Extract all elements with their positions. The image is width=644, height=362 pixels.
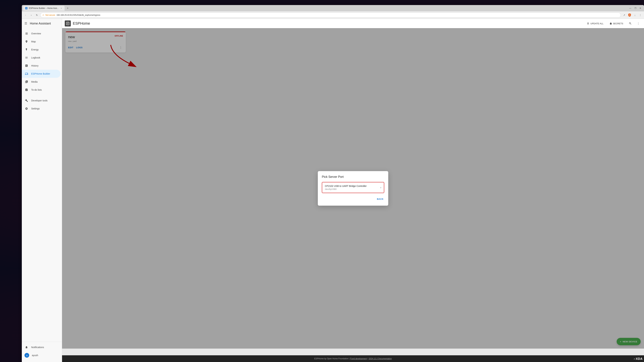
sidebar-item-energy[interactable]: Energy	[22, 45, 60, 54]
sidebar-item-media[interactable]: Media	[22, 78, 60, 86]
esphome-brand: ESPHome	[73, 21, 90, 26]
settings-icon	[24, 107, 28, 111]
security-warning-text: Not secure	[46, 14, 55, 16]
ha-sidebar: ☰ Home Assistant ⊞ Overview Map	[22, 19, 62, 134]
tab-title: ESPHome Builder – Home Assi...	[29, 7, 58, 9]
address-bar-row: ‹ › ↻ ⚠ Not secure 192.168.29.43:8123/5c…	[22, 11, 215, 19]
active-tab[interactable]: H ESPHome Builder – Home Assi... ×	[23, 6, 64, 11]
history-icon	[24, 64, 28, 68]
sidebar-item-todo[interactable]: To-do lists	[22, 86, 60, 94]
logbook-icon	[24, 56, 28, 60]
media-icon	[24, 80, 28, 84]
sidebar-item-settings[interactable]: Settings	[22, 105, 60, 113]
sidebar-item-label-energy: Energy	[31, 48, 38, 51]
devtools-icon	[24, 98, 28, 103]
dialog-overlay: Pick Server Port CP2102 USB to UART Brid…	[62, 28, 215, 134]
address-bar[interactable]: ⚠ Not secure 192.168.29.43:8123/5c53de3b…	[40, 12, 215, 17]
ha-title: Home Assistant	[30, 22, 51, 25]
sidebar-item-label-history: History	[31, 64, 38, 67]
hamburger-button[interactable]: ☰	[24, 22, 27, 25]
sidebar-item-label-map: Map	[31, 40, 36, 43]
esphome-icon	[24, 72, 28, 76]
back-button[interactable]: ‹	[23, 13, 28, 17]
energy-icon	[24, 48, 28, 52]
security-warning-icon: ⚠	[42, 14, 44, 16]
sidebar-item-label-overview: Overview	[31, 32, 41, 35]
tab-bar: H ESPHome Builder – Home Assi... × + — ❐…	[22, 5, 215, 11]
esphome-main: ESPHome UPDATE ALL SECRETS	[62, 19, 215, 134]
sidebar-item-label-devtools: Developer tools	[31, 99, 48, 102]
todo-icon	[24, 88, 28, 92]
esphome-content: OFFLINE new new.yaml EDIT LOGS ⋮	[62, 28, 215, 134]
sidebar-item-label-settings: Settings	[31, 107, 40, 110]
overview-icon: ⊞	[24, 31, 28, 35]
sidebar-item-history[interactable]: History	[22, 62, 60, 70]
forward-button[interactable]: ›	[29, 13, 34, 17]
app-container: ☰ Home Assistant ⊞ Overview Map	[22, 19, 215, 134]
sidebar-item-label-esphome: ESPHome Builder	[31, 72, 50, 75]
sidebar-header: ☰ Home Assistant	[22, 19, 62, 28]
url-text: 192.168.29.43:8123/5c53de3b_esphome/ingr…	[56, 14, 100, 16]
tab-favicon: H	[25, 7, 28, 9]
sidebar-nav: ⊞ Overview Map Energy	[22, 28, 62, 134]
sidebar-item-logbook[interactable]: Logbook	[22, 54, 60, 62]
sidebar-item-overview[interactable]: ⊞ Overview	[22, 29, 60, 37]
sidebar-item-esphome[interactable]: ESPHome Builder	[22, 70, 60, 78]
reload-button[interactable]: ↻	[34, 13, 39, 17]
sidebar-item-devtools[interactable]: Developer tools	[22, 96, 60, 105]
sidebar-item-map[interactable]: Map	[22, 37, 60, 45]
sidebar-item-label-logbook: Logbook	[31, 56, 40, 59]
tab-close-button[interactable]: ×	[60, 7, 62, 9]
esphome-logo	[65, 20, 71, 26]
new-tab-button[interactable]: +	[65, 6, 70, 10]
map-icon	[24, 39, 28, 43]
sidebar-item-label-todo: To-do lists	[31, 88, 42, 91]
esphome-header: ESPHome UPDATE ALL SECRETS	[62, 19, 215, 28]
sidebar-item-label-media: Media	[31, 80, 38, 83]
